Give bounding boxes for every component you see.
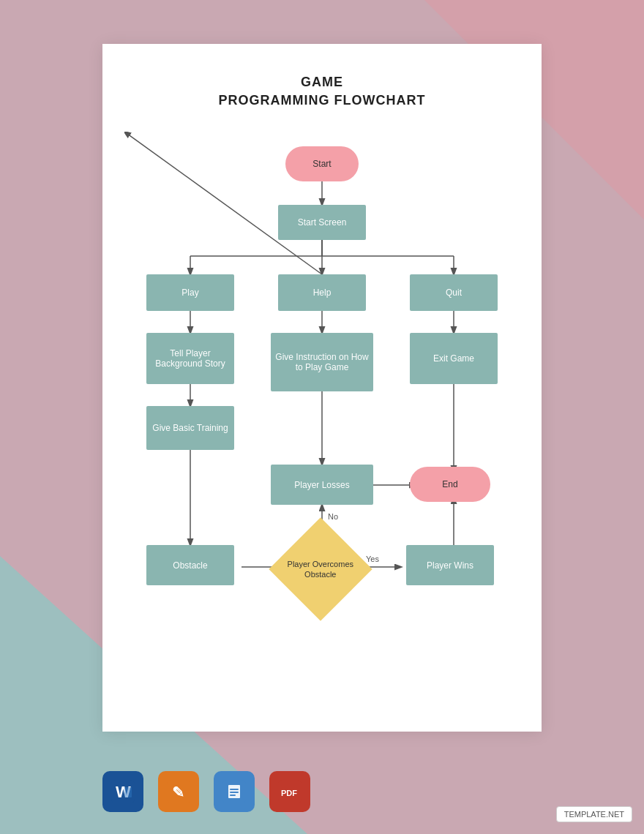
svg-rect-28	[230, 789, 239, 790]
obstacle-node: Obstacle	[146, 545, 234, 585]
no-label: No	[328, 512, 338, 521]
pages-icon[interactable]: ✎	[158, 771, 199, 812]
chart-title: GAME PROGRAMMING FLOWCHART	[124, 73, 520, 110]
yes-label: Yes	[366, 555, 379, 563]
give-instruction-node: Give Instruction on How to Play Game	[271, 333, 373, 391]
word-icon[interactable]: W	[102, 771, 143, 812]
exit-game-node: Exit Game	[410, 333, 498, 384]
main-card: GAME PROGRAMMING FLOWCHART	[102, 44, 542, 732]
svg-text:PDF: PDF	[281, 789, 297, 797]
svg-text:✎: ✎	[172, 784, 184, 800]
overcomes-node: Player Overcomes Obstacle	[269, 518, 372, 621]
help-node: Help	[278, 274, 366, 311]
start-screen-node: Start Screen	[278, 205, 366, 240]
svg-rect-29	[230, 792, 239, 793]
tell-player-node: Tell Player Background Story	[146, 333, 234, 384]
start-node: Start	[285, 146, 359, 181]
player-losses-node: Player Losses	[271, 465, 373, 505]
give-training-node: Give Basic Training	[146, 406, 234, 450]
play-node: Play	[146, 274, 234, 311]
icons-bar: W ✎ PDF	[102, 771, 542, 812]
svg-rect-23	[124, 787, 132, 797]
quit-node: Quit	[410, 274, 498, 311]
docs-icon[interactable]	[214, 771, 255, 812]
svg-rect-30	[230, 794, 236, 796]
player-wins-node: Player Wins	[406, 545, 494, 585]
template-badge: TEMPLATE.NET	[556, 806, 632, 822]
pdf-icon[interactable]: PDF	[269, 771, 310, 812]
flowchart-area: Start Start Screen Play Help Quit Tell P…	[124, 132, 520, 732]
end-node: End	[410, 467, 490, 502]
